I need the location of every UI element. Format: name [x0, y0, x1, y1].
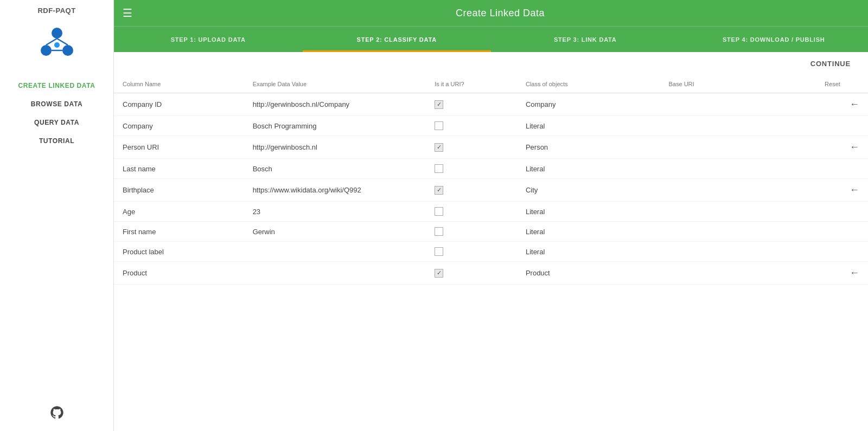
col-header-example-value: Example Data Value	[244, 75, 426, 93]
cell-column-name: Product	[114, 262, 244, 285]
col-header-reset: Reset	[816, 75, 868, 93]
table-row: Company IDhttp://gerwinbosch.nl/CompanyC…	[114, 93, 868, 116]
table-row: Last nameBoschLiteral	[114, 159, 868, 179]
sidebar-item-create-linked-data[interactable]: CREATE LINKED DATA	[0, 76, 113, 95]
cell-class-of-objects: Literal	[517, 116, 660, 136]
cell-example-value: 23	[244, 202, 426, 222]
cell-class-of-objects: Product	[517, 262, 660, 285]
menu-icon[interactable]: ☰	[123, 7, 132, 20]
table-row: Age23Literal	[114, 202, 868, 222]
checkbox-checked[interactable]	[435, 269, 443, 278]
cell-base-uri	[660, 242, 816, 262]
cell-base-uri	[660, 159, 816, 179]
cell-is-uri[interactable]	[426, 262, 517, 285]
back-arrow-icon[interactable]: ←	[850, 99, 859, 110]
cell-example-value	[244, 262, 426, 285]
table-row: Person URIhttp://gerwinbosch.nlPerson←	[114, 136, 868, 159]
back-arrow-icon[interactable]: ←	[850, 267, 859, 278]
cell-class-of-objects: Literal	[517, 159, 660, 179]
cell-column-name: Age	[114, 202, 244, 222]
cell-example-value	[244, 242, 426, 262]
step-2[interactable]: STEP 2: CLASSIFY DATA	[303, 27, 492, 52]
cell-column-name: Company	[114, 116, 244, 136]
app-logo	[38, 23, 76, 61]
cell-example-value: Gerwin	[244, 222, 426, 242]
cell-reset	[816, 116, 868, 136]
checkbox-unchecked[interactable]	[435, 207, 443, 216]
cell-reset[interactable]: ←	[816, 262, 868, 285]
sidebar-item-tutorial[interactable]: TUTORIAL	[0, 132, 113, 150]
cell-reset[interactable]: ←	[816, 93, 868, 116]
cell-is-uri[interactable]	[426, 222, 517, 242]
steps-bar: STEP 1: UPLOAD DATA STEP 2: CLASSIFY DAT…	[114, 26, 868, 52]
cell-column-name: Last name	[114, 159, 244, 179]
cell-base-uri	[660, 222, 816, 242]
col-header-base-uri: Base URI	[660, 75, 816, 93]
svg-point-0	[52, 28, 62, 38]
cell-is-uri[interactable]	[426, 136, 517, 159]
table-row: First nameGerwinLiteral	[114, 222, 868, 242]
cell-base-uri	[660, 262, 816, 285]
cell-column-name: First name	[114, 222, 244, 242]
continue-button[interactable]: CONTINUE	[806, 56, 855, 71]
cell-example-value: http://gerwinbosch.nl	[244, 136, 426, 159]
github-icon[interactable]	[49, 405, 65, 422]
logo-area	[38, 23, 76, 63]
cell-reset	[816, 242, 868, 262]
cell-column-name: Person URI	[114, 136, 244, 159]
checkbox-unchecked[interactable]	[435, 227, 443, 236]
cell-is-uri[interactable]	[426, 202, 517, 222]
back-arrow-icon[interactable]: ←	[850, 141, 859, 152]
cell-is-uri[interactable]	[426, 116, 517, 136]
table-row: Birthplacehttps://www.wikidata.org/wiki/…	[114, 179, 868, 202]
table-row: CompanyBosch ProgrammingLiteral	[114, 116, 868, 136]
cell-reset[interactable]: ←	[816, 136, 868, 159]
checkbox-checked[interactable]	[435, 143, 443, 152]
cell-base-uri	[660, 179, 816, 202]
sidebar-item-query-data[interactable]: QUERY DATA	[0, 113, 113, 132]
cell-is-uri[interactable]	[426, 179, 517, 202]
cell-class-of-objects: Person	[517, 136, 660, 159]
col-header-is-uri: Is it a URI?	[426, 75, 517, 93]
checkbox-unchecked[interactable]	[435, 121, 443, 130]
cell-class-of-objects: Literal	[517, 222, 660, 242]
svg-point-1	[41, 45, 52, 56]
cell-column-name: Company ID	[114, 93, 244, 116]
cell-is-uri[interactable]	[426, 93, 517, 116]
cell-base-uri	[660, 93, 816, 116]
cell-base-uri	[660, 136, 816, 159]
checkbox-unchecked[interactable]	[435, 164, 443, 173]
table-body: Company IDhttp://gerwinbosch.nl/CompanyC…	[114, 93, 868, 285]
checkbox-checked[interactable]	[435, 100, 443, 109]
sidebar-item-browse-data[interactable]: BROWSE DATA	[0, 95, 113, 113]
cell-is-uri[interactable]	[426, 242, 517, 262]
cell-example-value: Bosch	[244, 159, 426, 179]
cell-base-uri	[660, 202, 816, 222]
back-arrow-icon[interactable]: ←	[850, 184, 859, 195]
cell-class-of-objects: Literal	[517, 202, 660, 222]
table-row: Product labelLiteral	[114, 242, 868, 262]
page-title: Create Linked Data	[141, 8, 859, 19]
step-1[interactable]: STEP 1: UPLOAD DATA	[114, 27, 303, 52]
step-3[interactable]: STEP 3: LINK DATA	[491, 27, 680, 52]
table-row: ProductProduct←	[114, 262, 868, 285]
cell-class-of-objects: Company	[517, 93, 660, 116]
classify-table: Column Name Example Data Value Is it a U…	[114, 75, 868, 285]
cell-reset	[816, 159, 868, 179]
cell-is-uri[interactable]	[426, 159, 517, 179]
app-title: RDF-PAQT	[37, 7, 75, 15]
cell-column-name: Birthplace	[114, 179, 244, 202]
continue-row: CONTINUE	[114, 52, 868, 75]
checkbox-unchecked[interactable]	[435, 247, 443, 256]
cell-reset[interactable]: ←	[816, 179, 868, 202]
col-header-column-name: Column Name	[114, 75, 244, 93]
step-4[interactable]: STEP 4: DOWNLOAD / PUBLISH	[680, 27, 869, 52]
content-area: CONTINUE Column Name Example Data Value …	[114, 52, 868, 431]
cell-column-name: Product label	[114, 242, 244, 262]
main-content: ☰ Create Linked Data STEP 1: UPLOAD DATA…	[114, 0, 868, 431]
checkbox-checked[interactable]	[435, 186, 443, 195]
cell-class-of-objects: Literal	[517, 242, 660, 262]
cell-example-value: https://www.wikidata.org/wiki/Q992	[244, 179, 426, 202]
table-header-row: Column Name Example Data Value Is it a U…	[114, 75, 868, 93]
top-header: ☰ Create Linked Data	[114, 0, 868, 26]
